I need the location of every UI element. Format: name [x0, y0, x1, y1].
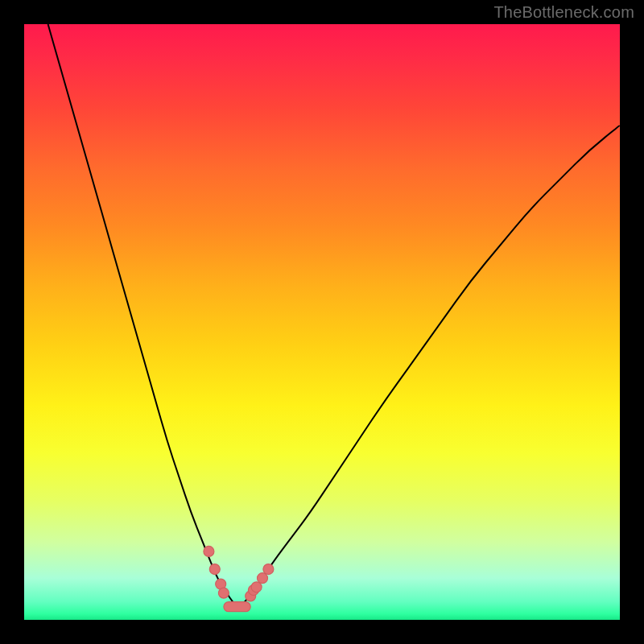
gradient-plot-area — [24, 24, 620, 620]
right-curve — [238, 126, 620, 608]
pink-marker — [204, 546, 214, 556]
pink-trough-bar — [224, 602, 250, 612]
pink-marker — [209, 564, 220, 575]
pink-markers-group — [204, 546, 274, 611]
chart-container: TheBottleneck.com — [0, 0, 644, 644]
pink-marker — [218, 588, 229, 598]
watermark-text: TheBottleneck.com — [493, 3, 634, 22]
left-curve — [48, 24, 239, 608]
pink-marker — [251, 582, 262, 592]
pink-marker — [258, 573, 268, 584]
pink-marker — [263, 564, 274, 575]
curves-svg — [24, 24, 620, 620]
